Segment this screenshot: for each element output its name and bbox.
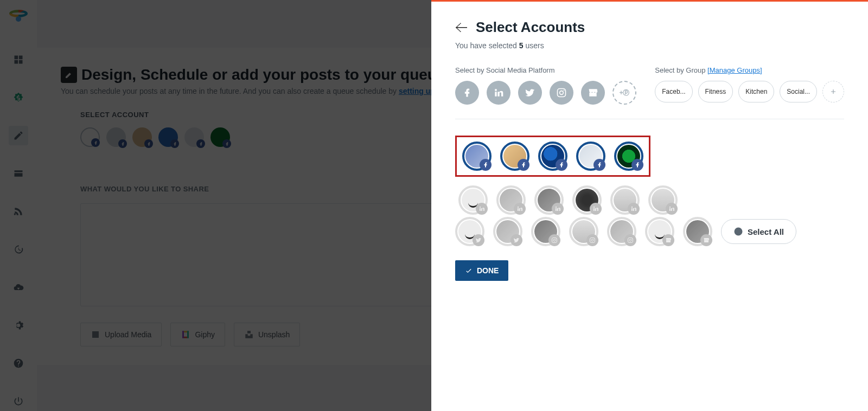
select-accounts-panel: 🡠 Select Accounts You have selected 5 us… (431, 0, 868, 411)
filter-platform-label: Select by Social Media Platform (455, 66, 636, 74)
manage-groups-link[interactable]: [Manage Groups] (707, 66, 762, 74)
panel-title: Select Accounts (476, 19, 585, 36)
group-chip[interactable]: Kitchen (738, 81, 774, 102)
accounts-row-2: Select All (455, 217, 844, 246)
modal-scrim[interactable] (0, 0, 431, 411)
group-chip[interactable]: Social... (780, 81, 817, 102)
selected-count: 5 (519, 41, 524, 50)
svg-point-13 (629, 239, 631, 241)
platform-gmb[interactable] (581, 81, 605, 105)
check-icon (465, 267, 473, 274)
svg-point-10 (591, 239, 593, 241)
select-all-button[interactable]: Select All (721, 219, 796, 244)
account-avatar[interactable] (455, 217, 484, 246)
account-avatar[interactable] (645, 217, 674, 246)
back-arrow[interactable]: 🡠 (455, 21, 468, 34)
platform-facebook[interactable] (455, 81, 479, 105)
plus-pinterest-icon: +ⓟ (619, 88, 629, 98)
account-avatar[interactable] (458, 185, 488, 215)
platform-instagram[interactable] (550, 81, 573, 105)
twitter-icon (525, 87, 535, 98)
account-avatar[interactable] (572, 185, 602, 215)
svg-point-7 (553, 239, 556, 241)
svg-point-14 (631, 239, 632, 239)
account-avatar[interactable] (534, 185, 564, 215)
instagram-icon (556, 87, 567, 98)
platform-twitter[interactable] (518, 81, 542, 105)
done-button[interactable]: DONE (455, 260, 508, 281)
account-avatar[interactable] (607, 217, 636, 246)
svg-point-8 (556, 239, 556, 239)
facebook-icon (462, 87, 473, 98)
account-avatar[interactable] (569, 217, 598, 246)
add-group[interactable] (822, 81, 844, 102)
account-avatar[interactable] (538, 142, 567, 171)
svg-point-4 (560, 91, 564, 95)
account-avatar[interactable] (462, 142, 492, 171)
account-avatar[interactable] (648, 185, 678, 215)
divider (455, 119, 844, 119)
group-chip[interactable]: Fitness (698, 81, 733, 102)
account-avatar[interactable] (493, 217, 522, 246)
account-avatar[interactable] (610, 185, 640, 215)
svg-point-11 (593, 239, 594, 239)
platform-linkedin[interactable] (487, 81, 510, 105)
svg-point-5 (564, 89, 565, 91)
platform-add-pinterest[interactable]: +ⓟ (612, 81, 636, 105)
selected-accounts-highlight (455, 136, 650, 177)
account-avatar[interactable] (614, 142, 643, 171)
account-avatar[interactable] (496, 185, 526, 215)
account-avatar[interactable] (500, 142, 529, 171)
account-avatar[interactable] (531, 217, 560, 246)
storefront-icon (588, 87, 598, 98)
accounts-row-1 (458, 185, 678, 215)
account-avatar[interactable] (683, 217, 712, 246)
filter-group-label: Select by Group [Manage Groups] (655, 66, 844, 74)
group-chip[interactable]: Faceb... (655, 81, 692, 102)
linkedin-icon (493, 87, 504, 98)
panel-subtitle: You have selected 5 users (455, 41, 844, 50)
account-avatar[interactable] (576, 142, 605, 171)
